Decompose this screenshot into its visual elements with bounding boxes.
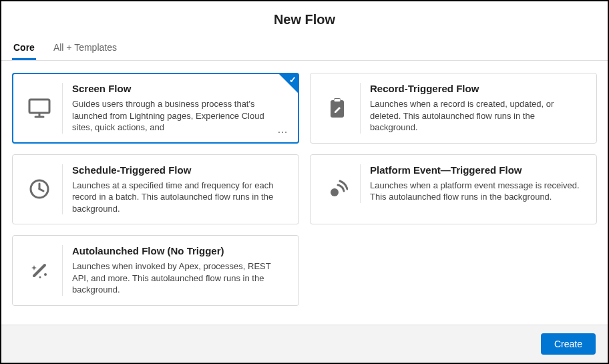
- svg-rect-0: [29, 100, 49, 113]
- card-body: Screen Flow Guides users through a busin…: [62, 83, 289, 134]
- card-description: Launches when invoked by Apex, processes…: [72, 260, 286, 296]
- svg-point-9: [331, 188, 339, 196]
- create-button[interactable]: Create: [541, 333, 596, 355]
- truncation-ellipsis: …: [277, 124, 288, 136]
- card-body: Autolaunched Flow (No Trigger) Launches …: [62, 245, 289, 296]
- flow-type-grid: Screen Flow Guides users through a busin…: [12, 73, 597, 306]
- card-title: Schedule-Triggered Flow: [72, 164, 286, 176]
- card-title: Platform Event—Triggered Flow: [370, 164, 584, 176]
- svg-rect-5: [335, 99, 341, 102]
- card-schedule-triggered-flow[interactable]: Schedule-Triggered Flow Launches at a sp…: [12, 154, 299, 225]
- broadcast-icon: [315, 164, 360, 215]
- svg-line-10: [34, 265, 45, 276]
- dialog-title: New Flow: [1, 12, 608, 27]
- clock-icon: [17, 164, 62, 215]
- magic-wand-icon: [17, 245, 62, 296]
- card-title: Autolaunched Flow (No Trigger): [72, 245, 286, 256]
- svg-line-8: [39, 189, 43, 191]
- svg-point-11: [44, 273, 47, 276]
- card-body: Schedule-Triggered Flow Launches at a sp…: [62, 164, 289, 215]
- svg-point-12: [39, 277, 41, 279]
- card-description: Launches at a specified time and frequen…: [72, 180, 286, 215]
- card-body: Record-Triggered Flow Launches when a re…: [360, 83, 587, 134]
- card-screen-flow[interactable]: Screen Flow Guides users through a busin…: [12, 73, 299, 144]
- clipboard-edit-icon: [315, 83, 360, 134]
- tab-bar: Core All + Templates: [1, 35, 608, 61]
- tab-core[interactable]: Core: [12, 35, 36, 60]
- content-area: Screen Flow Guides users through a busin…: [1, 61, 608, 325]
- selected-check-icon: [279, 74, 298, 93]
- card-platform-event-flow[interactable]: Platform Event—Triggered Flow Launches w…: [310, 154, 597, 225]
- card-title: Record-Triggered Flow: [370, 83, 584, 94]
- card-body: Platform Event—Triggered Flow Launches w…: [360, 164, 587, 203]
- card-autolaunched-flow[interactable]: Autolaunched Flow (No Trigger) Launches …: [12, 235, 299, 306]
- dialog-header: New Flow: [1, 1, 608, 35]
- card-title: Screen Flow: [72, 83, 286, 94]
- card-description: Launches when a record is created, updat…: [370, 98, 584, 134]
- card-record-triggered-flow[interactable]: Record-Triggered Flow Launches when a re…: [310, 73, 597, 144]
- card-description: Launches when a platform event message i…: [370, 180, 584, 203]
- tab-all-templates[interactable]: All + Templates: [52, 35, 118, 60]
- monitor-icon: [17, 83, 62, 134]
- dialog-footer: Create: [1, 325, 608, 363]
- card-description: Guides users through a business process …: [72, 98, 286, 134]
